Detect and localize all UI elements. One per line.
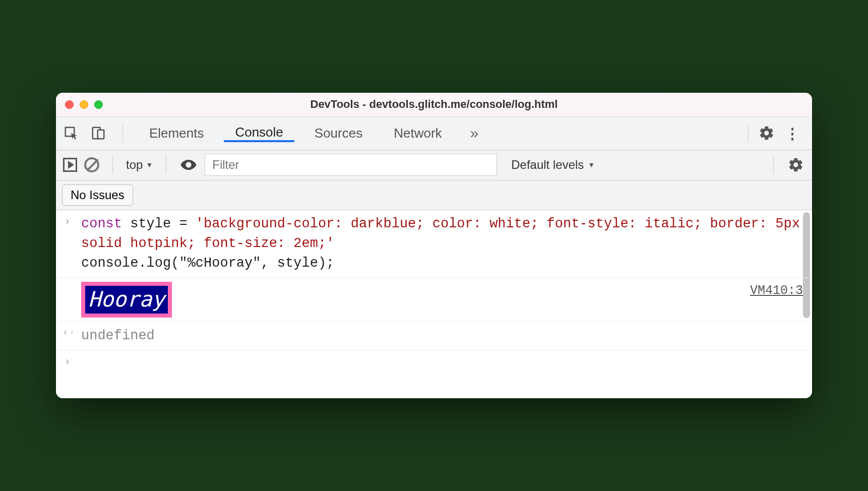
- device-toolbar-icon[interactable]: [89, 124, 107, 142]
- close-window-button[interactable]: [65, 100, 74, 109]
- live-expression-icon[interactable]: [179, 156, 198, 174]
- divider: [166, 156, 166, 174]
- console-return-row: ‹· undefined: [56, 322, 812, 350]
- code-line: console.log("%cHooray", style);: [81, 254, 803, 273]
- console-settings-icon[interactable]: [787, 156, 805, 174]
- return-value: undefined: [81, 328, 155, 343]
- devtools-tabbar: Elements Console Sources Network » ⋮: [56, 117, 812, 150]
- inspect-element-icon[interactable]: [62, 124, 80, 142]
- zoom-window-button[interactable]: [94, 100, 103, 109]
- more-options-icon[interactable]: ⋮: [779, 125, 806, 142]
- code-keyword: const: [81, 216, 122, 231]
- styled-log-output: Hooray: [81, 282, 172, 318]
- input-chevron-icon: ›: [64, 214, 71, 230]
- more-tabs-button[interactable]: »: [462, 125, 487, 142]
- window-titlebar: DevTools - devtools.glitch.me/console/lo…: [56, 93, 812, 117]
- tabbar-right: ⋮: [742, 124, 806, 142]
- spacer: [56, 378, 812, 398]
- console-output-row: Hooray VM410:3: [56, 278, 812, 322]
- settings-icon[interactable]: [758, 124, 776, 142]
- devtools-window: DevTools - devtools.glitch.me/console/lo…: [56, 93, 812, 398]
- minimize-window-button[interactable]: [80, 100, 88, 109]
- tab-network[interactable]: Network: [383, 126, 453, 141]
- divider: [748, 124, 749, 142]
- log-levels-label: Default levels: [511, 158, 584, 172]
- window-title: DevTools - devtools.glitch.me/console/lo…: [56, 98, 812, 111]
- log-levels-selector[interactable]: Default levels: [511, 158, 595, 172]
- traffic-lights: [65, 100, 103, 109]
- divider: [112, 156, 113, 174]
- execution-context-label: top: [126, 158, 143, 172]
- tab-console[interactable]: Console: [224, 125, 294, 142]
- divider: [122, 124, 123, 142]
- tab-sources[interactable]: Sources: [303, 126, 374, 141]
- clear-console-icon[interactable]: [84, 157, 99, 172]
- console-prompt-row[interactable]: ›: [56, 350, 812, 378]
- console-output: › const style = 'background-color: darkb…: [56, 210, 812, 398]
- console-input-row: › const style = 'background-color: darkb…: [56, 210, 812, 278]
- tabbar-left: Elements Console Sources Network »: [62, 124, 486, 142]
- execution-context-selector[interactable]: top: [126, 158, 153, 172]
- divider: [773, 156, 774, 174]
- issues-button[interactable]: No Issues: [62, 185, 133, 206]
- filter-input[interactable]: [205, 154, 497, 176]
- return-chevron-icon: ‹·: [62, 325, 75, 341]
- prompt-chevron-icon: ›: [64, 354, 71, 371]
- svg-rect-1: [98, 130, 104, 139]
- console-toolbar: top Default levels: [56, 150, 812, 180]
- source-link[interactable]: VM410:3: [750, 282, 803, 300]
- tab-elements[interactable]: Elements: [138, 126, 215, 141]
- toggle-console-sidebar-icon[interactable]: [63, 158, 77, 172]
- issues-bar: No Issues: [56, 180, 812, 210]
- code-text: style =: [122, 216, 196, 231]
